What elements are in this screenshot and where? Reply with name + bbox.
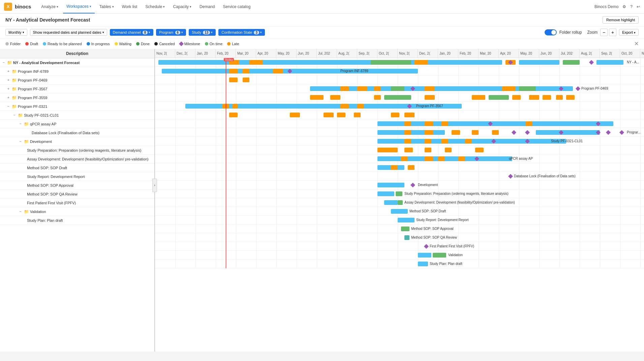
nav-schedule[interactable]: Schedule▾ xyxy=(142,0,168,13)
tree-row[interactable]: + 📁 Program PF-0469 xyxy=(0,76,154,85)
tree-row[interactable]: − 📁 Program PF-0321 xyxy=(0,102,154,111)
tree-row[interactable]: + 📁 Program PF-3567 xyxy=(0,85,154,93)
zoom-label: Zoom xyxy=(587,30,597,35)
tree-toggle[interactable]: − xyxy=(12,113,17,118)
row-label: Program INF-6789 xyxy=(18,69,49,73)
row-label: Program PF-0469 xyxy=(18,78,47,82)
monthly-filter[interactable]: Monthly ▾ xyxy=(5,29,27,36)
row-label: Program PF-0321 xyxy=(18,104,47,109)
logout-icon[interactable]: ↩ xyxy=(637,4,640,9)
nav-analyze[interactable]: Analyze▾ xyxy=(38,0,62,13)
tree-row[interactable]: + 📁 Program INF-6789 xyxy=(0,67,154,76)
row-label: Study Preparation: Preparation (ordering… xyxy=(27,148,141,152)
tree-row[interactable]: − 📁 Study PF-0321-CL01 xyxy=(0,111,154,120)
panel-collapse-button[interactable]: › xyxy=(152,179,157,192)
tree-row[interactable]: Method SOP: SOP Draft xyxy=(0,163,154,172)
nav-worklist[interactable]: Work list xyxy=(119,0,141,13)
study-filter[interactable]: Study 13 ▾ xyxy=(189,29,216,36)
tree-toggle[interactable]: + xyxy=(6,87,11,91)
legend-draft: Draft xyxy=(25,42,38,46)
legend-canceled: Canceled xyxy=(154,42,175,46)
tree-toggle[interactable]: + xyxy=(6,78,11,83)
folder-icon: 📁 xyxy=(12,104,17,109)
gantt-row: Prograr... xyxy=(155,128,644,137)
row-label: Assay Development: Development (feasibil… xyxy=(27,157,149,161)
tree-row[interactable]: − 📁 Validation xyxy=(0,207,154,216)
legend-done: Done xyxy=(136,42,150,46)
dates-filter[interactable]: Show requested dates and planned dates ▾ xyxy=(30,29,107,36)
folder-rollup-controls: Folder rollup Zoom − + Export ▾ xyxy=(545,29,639,36)
tree-row[interactable]: − 📁 NY - Analytical Development Forecast xyxy=(0,58,154,67)
gantt-row: Program PF-3567 xyxy=(155,102,644,111)
help-icon[interactable]: ? xyxy=(630,4,633,9)
tree-row[interactable]: Method SOP: SOP QA Review xyxy=(0,190,154,199)
row-label: Study Report: Development Report xyxy=(27,175,85,179)
nav-workspaces[interactable]: Workspaces▾ xyxy=(63,0,95,13)
legend-row: Folder Draft Ready to be planned In prog… xyxy=(0,38,644,49)
tree-toggle[interactable]: − xyxy=(18,122,23,126)
gantt-row: Study Preparation: Preparation (ordering… xyxy=(155,189,644,198)
gantt-row: Assay Development: Development (feasibil… xyxy=(155,198,644,207)
nav-demand[interactable]: Demand xyxy=(196,0,218,13)
legend-milestone: Milestone xyxy=(180,42,200,46)
zoom-out-button[interactable]: − xyxy=(600,29,608,36)
zoom-controls: − + xyxy=(600,29,616,36)
tree-toggle[interactable] xyxy=(27,130,32,135)
demand-channel-filter[interactable]: Demand channel 8 ▾ xyxy=(110,29,154,36)
tree-row[interactable]: First Patient First Visit (FPFV) xyxy=(0,199,154,207)
settings-icon[interactable]: ⚙ xyxy=(622,4,626,9)
gantt-row xyxy=(155,76,644,84)
nav-right: Binocs Demo ⚙ ? ↩ xyxy=(594,4,640,9)
legend-late: Late xyxy=(227,42,239,46)
tree-row[interactable]: − 📁 qPCR assay AP xyxy=(0,120,154,128)
folder-icon: 📁 xyxy=(7,60,12,65)
gantt-row: qPCR assay AP xyxy=(155,154,644,163)
gantt-row: Program INF-6789 xyxy=(155,67,644,76)
tree-row[interactable]: + 📁 Program PF-3559 xyxy=(0,93,154,102)
gantt-row xyxy=(155,93,644,102)
gantt-row xyxy=(155,146,644,154)
tree-row[interactable]: Study Report: Development Report xyxy=(0,172,154,181)
tree-toggle[interactable]: − xyxy=(6,104,11,109)
folder-icon: 📁 xyxy=(24,139,29,144)
tree-row[interactable]: Assay Development: Development (feasibil… xyxy=(0,155,154,163)
legend-close-button[interactable]: ✕ xyxy=(634,40,639,47)
tree-row[interactable]: Database Lock (Finalisation of Data sets… xyxy=(0,128,154,137)
tree-toggle[interactable]: + xyxy=(6,69,11,74)
row-label: Program PF-3567 xyxy=(18,87,47,91)
gantt-row xyxy=(155,163,644,172)
folder-icon: 📁 xyxy=(24,122,29,126)
row-label: First Patient First Visit (FPFV) xyxy=(27,201,76,205)
export-button[interactable]: Export ▾ xyxy=(619,29,639,36)
program-filter[interactable]: Program 6 ▾ xyxy=(156,29,186,36)
gantt-row: Study Plan: Plan draft xyxy=(155,260,644,268)
zoom-in-button[interactable]: + xyxy=(609,29,616,36)
gantt-chart[interactable]: Nov, 2( Dec, 2( Jan, 20 Feb, 20 Mar, 20 … xyxy=(155,49,644,352)
tree-toggle[interactable]: − xyxy=(1,60,6,65)
nav-tables[interactable]: Tables▾ xyxy=(96,0,117,13)
top-navigation: X binocs Analyze▾ Workspaces▾ Tables▾ Wo… xyxy=(0,0,644,13)
page-header: NY - Analytical Development Forecast Rem… xyxy=(0,13,644,27)
gantt-row: Method SOP: SOP Draft xyxy=(155,207,644,216)
folder-icon: 📁 xyxy=(12,69,17,74)
row-label: Program PF-3559 xyxy=(18,96,47,100)
folder-rollup-toggle[interactable] xyxy=(545,29,557,35)
row-label: Database Lock (Finalisation of Data sets… xyxy=(32,131,99,135)
folder-icon: 📁 xyxy=(18,113,23,118)
gantt-body: Today xyxy=(155,58,644,268)
tree-toggle[interactable]: + xyxy=(6,95,11,100)
remove-highlight-button[interactable]: Remove highlight xyxy=(603,16,639,24)
legend-ready: Ready to be planned xyxy=(43,42,82,46)
gantt-row: Method SOP: SOP Approval xyxy=(155,224,644,233)
nav-capacity[interactable]: Capacity▾ xyxy=(170,0,195,13)
nav-service-catalog[interactable]: Service catalog xyxy=(219,0,254,13)
tree-toggle[interactable]: − xyxy=(18,139,23,144)
tree-row[interactable]: Study Preparation: Preparation (ordering… xyxy=(0,146,154,155)
gantt-row: Development xyxy=(155,181,644,189)
confirmation-state-filter[interactable]: Confirmation State 3 ▾ xyxy=(218,29,265,36)
tree-row[interactable]: Study Plan: Plan draft xyxy=(0,216,154,225)
tree-toggle[interactable]: − xyxy=(18,209,23,214)
tree-row[interactable]: Method SOP: SOP Approval xyxy=(0,181,154,190)
row-label: Method SOP: SOP Approval xyxy=(27,183,73,187)
tree-row[interactable]: − 📁 Development xyxy=(0,137,154,146)
